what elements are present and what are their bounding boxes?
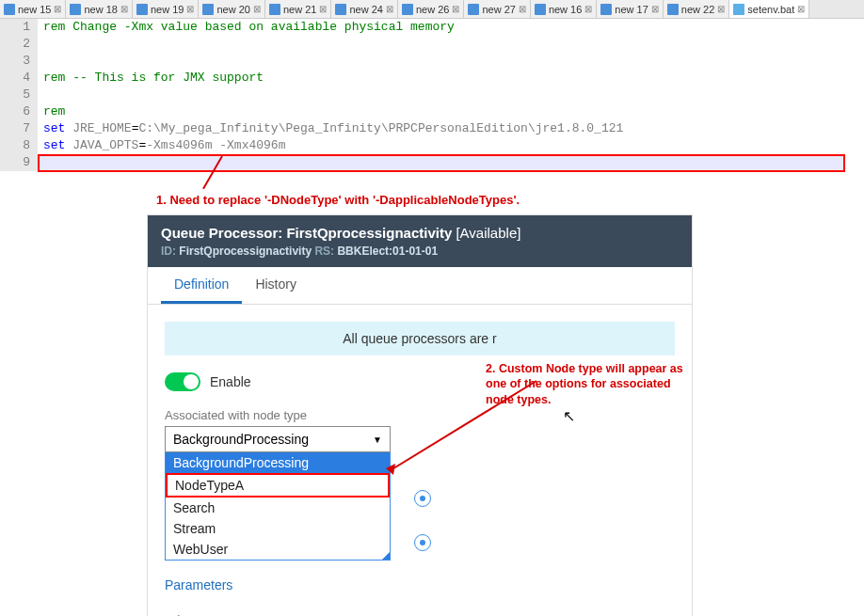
editor-tab[interactable]: new 15⊠ xyxy=(0,0,66,18)
file-icon xyxy=(468,4,479,15)
tab-label: new 22 xyxy=(681,4,714,15)
file-icon xyxy=(269,4,280,15)
close-icon[interactable]: ⊠ xyxy=(797,4,805,14)
parameters-link[interactable]: Parameters xyxy=(165,577,232,592)
node-type-select[interactable]: BackgroundProcessing ▼ xyxy=(165,426,391,452)
tab-label: new 18 xyxy=(84,4,117,15)
assoc-node-label: Associated with node type xyxy=(165,408,675,422)
editor-tab[interactable]: new 24⊠ xyxy=(331,0,397,18)
code-line: rem -- This is for JMX support xyxy=(43,70,864,87)
tab-label: new 21 xyxy=(283,4,316,15)
enable-toggle[interactable] xyxy=(165,372,200,391)
code-line: rem xyxy=(43,103,864,120)
file-icon xyxy=(535,4,546,15)
dropdown-item[interactable]: Stream xyxy=(166,518,390,539)
code-body[interactable]: rem Change -Xmx value based on available… xyxy=(38,19,864,171)
line-number: 2 xyxy=(0,36,30,53)
cursor-icon: ↖ xyxy=(563,407,575,425)
code-line xyxy=(43,87,864,103)
line-number: 4 xyxy=(0,70,30,87)
editor-tab[interactable]: new 17⊠ xyxy=(597,0,663,18)
chevron-down-icon: ▼ xyxy=(373,434,382,445)
line-number: 1 xyxy=(0,19,30,36)
close-icon[interactable]: ⊠ xyxy=(452,4,459,14)
line-gutter: 1 2 3 4 5 6 7 8 9 xyxy=(0,19,38,171)
target-icon xyxy=(414,534,431,551)
dropdown-item[interactable]: WebUser xyxy=(166,539,390,560)
dropdown-item[interactable]: Search xyxy=(166,498,390,518)
tab-label: new 24 xyxy=(349,4,382,15)
panel-tabs: Definition History xyxy=(148,267,692,305)
dropdown-item-highlighted[interactable]: NodeTypeA xyxy=(166,473,390,498)
file-icon xyxy=(202,4,214,15)
file-icon xyxy=(733,4,744,15)
editor-tab[interactable]: new 18⊠ xyxy=(66,0,132,18)
close-icon[interactable]: ⊠ xyxy=(319,4,327,14)
target-icon xyxy=(414,490,431,507)
code-line xyxy=(43,53,864,70)
editor-tab[interactable]: new 20⊠ xyxy=(199,0,264,18)
annotation-1: 1. Need to replace '-DNodeType' with '-D… xyxy=(156,193,520,207)
close-icon[interactable]: ⊠ xyxy=(253,4,261,14)
queue-processor-panel: Queue Processor: FirstQprocessignactivit… xyxy=(147,214,693,616)
line-number: 7 xyxy=(0,120,30,137)
editor-tab-active[interactable]: setenv.bat⊠ xyxy=(729,0,809,18)
close-icon[interactable]: ⊠ xyxy=(120,4,128,14)
tab-definition[interactable]: Definition xyxy=(161,267,242,304)
annotation-2: 2. Custom Node type will appear as one o… xyxy=(486,361,693,407)
tab-history[interactable]: History xyxy=(242,267,310,304)
select-value: BackgroundProcessing xyxy=(173,432,309,447)
panel-title: Queue Processor: FirstQprocessignactivit… xyxy=(161,225,679,241)
line-number: 3 xyxy=(0,53,30,70)
code-line xyxy=(43,36,864,53)
editor-tab[interactable]: new 26⊠ xyxy=(398,0,464,18)
panel-header: Queue Processor: FirstQprocessignactivit… xyxy=(148,215,692,267)
editor-tab[interactable]: new 21⊠ xyxy=(265,0,331,18)
tab-label: new 20 xyxy=(216,4,249,15)
editor-tab[interactable]: new 22⊠ xyxy=(664,0,729,18)
resize-handle-icon[interactable] xyxy=(382,552,390,560)
line-number: 8 xyxy=(0,137,30,154)
tab-bar: new 15⊠ new 18⊠ new 19⊠ new 20⊠ new 21⊠ … xyxy=(0,0,864,19)
editor-tab[interactable]: new 16⊠ xyxy=(531,0,597,18)
enable-label: Enable xyxy=(210,374,251,389)
code-editor[interactable]: 1 2 3 4 5 6 7 8 9 rem Change -Xmx value … xyxy=(0,19,864,171)
close-icon[interactable]: ⊠ xyxy=(651,4,659,14)
file-icon xyxy=(136,4,148,15)
close-icon[interactable]: ⊠ xyxy=(717,4,725,14)
tab-label: new 26 xyxy=(416,4,449,15)
tab-label: setenv.bat xyxy=(747,4,794,15)
info-banner: All queue processors are r xyxy=(165,322,675,355)
tab-label: new 17 xyxy=(615,4,648,15)
line-number: 9 xyxy=(0,154,30,171)
file-icon xyxy=(70,4,81,15)
editor-tab[interactable]: new 27⊠ xyxy=(464,0,530,18)
close-icon[interactable]: ⊠ xyxy=(584,4,592,14)
file-icon xyxy=(402,4,413,15)
editor-tab[interactable]: new 19⊠ xyxy=(133,0,199,18)
node-type-dropdown[interactable]: BackgroundProcessing NodeTypeA Search St… xyxy=(165,452,391,561)
line-number: 5 xyxy=(0,87,30,103)
code-line: set JAVA_OPTS=-Xms4096m -Xmx4096m xyxy=(43,137,864,154)
close-icon[interactable]: ⊠ xyxy=(54,4,61,14)
dropdown-item[interactable]: BackgroundProcessing xyxy=(166,452,390,473)
close-icon[interactable]: ⊠ xyxy=(386,4,393,14)
line-number: 6 xyxy=(0,103,30,120)
code-line: set JAVA_OPTS=%JAVA_OPTS% -DapplicableNo… xyxy=(43,154,864,171)
tab-label: new 16 xyxy=(549,4,582,15)
close-icon[interactable]: ⊠ xyxy=(519,4,526,14)
toggle-knob-icon xyxy=(184,374,199,389)
panel-subtitle: ID: FirstQprocessignactivity RS: BBKElec… xyxy=(161,245,679,258)
panel-content: All queue processors are r Enable Associ… xyxy=(148,305,692,616)
code-line: rem Change -Xmx value based on available… xyxy=(43,19,864,36)
file-icon xyxy=(4,4,15,15)
tab-label: new 15 xyxy=(18,4,51,15)
close-icon[interactable]: ⊠ xyxy=(186,4,194,14)
file-icon xyxy=(335,4,346,15)
tab-label: new 19 xyxy=(151,4,184,15)
file-icon xyxy=(667,4,679,15)
code-line: set JRE_HOME=C:\My_pega_Infinity\Pega_In… xyxy=(43,120,864,137)
tab-label: new 27 xyxy=(482,4,515,15)
file-icon xyxy=(600,4,612,15)
